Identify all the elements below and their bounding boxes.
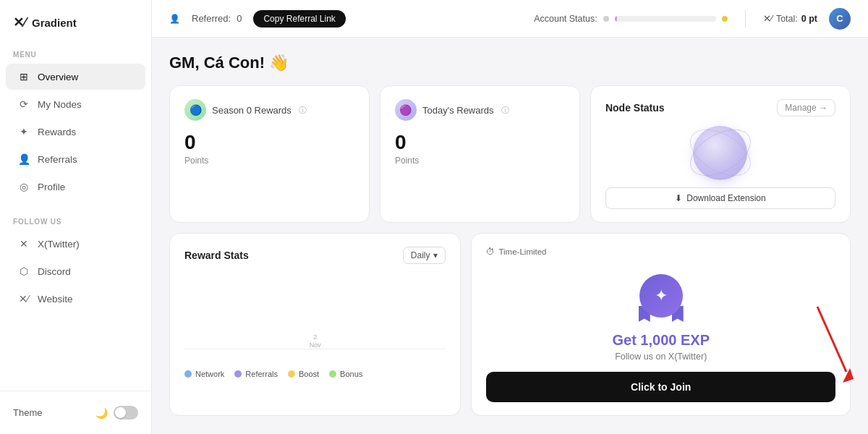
node-visual bbox=[605, 124, 835, 182]
nodes-icon: ⟳ bbox=[17, 98, 30, 111]
referrals-label: Referrals bbox=[245, 370, 278, 378]
chart-day: 2 bbox=[313, 333, 317, 341]
chart-date-label: 2 Nov bbox=[310, 333, 321, 349]
time-limited-badge: ⏱ Time-Limited bbox=[486, 247, 546, 257]
legend-row: Network Referrals Boost Bonus bbox=[184, 370, 446, 378]
page-title: GM, Cá Con! 👋 bbox=[169, 54, 851, 72]
sidebar-item-label-rewards: Rewards bbox=[38, 127, 76, 137]
sidebar-item-label-discord: Discord bbox=[38, 266, 71, 277]
daily-dropdown[interactable]: Daily ▾ bbox=[403, 247, 446, 264]
chevron-down-icon: ▾ bbox=[433, 250, 438, 260]
sidebar-item-label-x-twitter: X(Twitter) bbox=[38, 239, 80, 250]
season-rewards-value: 0 bbox=[184, 131, 354, 154]
total-icon: ✕∕ bbox=[763, 13, 773, 24]
referred-section: Referred: 0 bbox=[192, 13, 242, 24]
sidebar: ✕∕ Gradient MENU ⊞ Overview ⟳ My Nodes ✦… bbox=[0, 0, 152, 434]
copy-referral-button[interactable]: Copy Referral Link bbox=[253, 10, 345, 27]
download-extension-button[interactable]: ⬇ Download Extension bbox=[605, 187, 835, 209]
total-section: ✕∕ Total: 0 pt bbox=[763, 13, 817, 24]
account-status-label: Account Status: bbox=[534, 14, 597, 24]
referrals-dot bbox=[234, 370, 242, 378]
today-rewards-icon: 🟣 bbox=[395, 99, 417, 121]
chart-month: Nov bbox=[310, 341, 321, 349]
discord-icon: ⬡ bbox=[17, 265, 30, 278]
theme-controls: 🌙 bbox=[95, 406, 138, 420]
status-bar bbox=[615, 16, 716, 22]
node-status-card: Node Status Manage → ⬇ Download Extensio… bbox=[590, 85, 851, 223]
node-sphere bbox=[693, 126, 747, 180]
network-dot bbox=[184, 370, 192, 378]
exp-subtitle: Follow us on X(Twitter) bbox=[615, 352, 707, 362]
sidebar-item-profile[interactable]: ◎ Profile bbox=[6, 174, 145, 200]
avatar[interactable]: C bbox=[829, 8, 851, 30]
toggle-knob bbox=[115, 407, 126, 418]
sidebar-item-website[interactable]: ✕∕ Website bbox=[6, 286, 145, 312]
rewards-icon: ✦ bbox=[17, 125, 30, 138]
menu-section-label: MENU bbox=[0, 42, 151, 63]
today-rewards-unit: Points bbox=[395, 156, 565, 166]
theme-toggle[interactable] bbox=[114, 406, 138, 420]
node-status-title: Node Status bbox=[605, 102, 665, 114]
bottom-row: Reward Stats Daily ▾ 2 Nov bbox=[169, 233, 851, 416]
season-rewards-info-icon: ⓘ bbox=[299, 105, 307, 116]
sidebar-item-label-profile: Profile bbox=[38, 182, 65, 192]
page-content: GM, Cá Con! 👋 🔵 Season 0 Rewards ⓘ 0 Poi… bbox=[152, 38, 868, 434]
logo-text: Gradient bbox=[32, 17, 77, 29]
referred-label: Referred: bbox=[192, 13, 231, 24]
season-rewards-header: 🔵 Season 0 Rewards ⓘ bbox=[184, 99, 354, 121]
sidebar-item-label-website: Website bbox=[38, 294, 73, 305]
avatar-initial: C bbox=[836, 13, 843, 24]
svg-marker-1 bbox=[843, 368, 854, 383]
node-card-header: Node Status Manage → bbox=[605, 99, 835, 116]
download-ext-label: Download Extension bbox=[686, 193, 765, 203]
badge-circle: ✦ bbox=[639, 274, 683, 318]
theme-label: Theme bbox=[13, 407, 42, 418]
sidebar-item-x-twitter[interactable]: ✕ X(Twitter) bbox=[6, 231, 145, 257]
boost-dot bbox=[288, 370, 295, 378]
season-rewards-unit: Points bbox=[184, 156, 354, 166]
download-icon: ⬇ bbox=[675, 193, 682, 203]
follow-section-label: FOLLOW US bbox=[0, 209, 151, 230]
join-btn-container: Click to Join bbox=[486, 372, 835, 402]
time-limited-card: ⏱ Time-Limited ✦ Get 1,000 EXP Follow us… bbox=[471, 233, 851, 416]
today-rewards-header: 🟣 Today's Rewards ⓘ bbox=[395, 99, 565, 121]
svg-line-0 bbox=[817, 307, 846, 372]
exp-title: Get 1,000 EXP bbox=[612, 332, 710, 349]
status-bar-fill bbox=[615, 16, 617, 22]
logo: ✕∕ Gradient bbox=[0, 0, 151, 42]
legend-boost: Boost bbox=[288, 370, 319, 378]
reward-badge-visual: ✦ bbox=[635, 270, 687, 322]
daily-dropdown-label: Daily bbox=[411, 250, 430, 260]
cards-row: 🔵 Season 0 Rewards ⓘ 0 Points 🟣 Today's … bbox=[169, 85, 851, 223]
sidebar-item-referrals[interactable]: 👤 Referrals bbox=[6, 146, 145, 172]
today-rewards-info-icon: ⓘ bbox=[501, 105, 509, 116]
overview-icon: ⊞ bbox=[17, 70, 30, 83]
moon-icon: 🌙 bbox=[95, 407, 108, 419]
sidebar-item-label-my-nodes: My Nodes bbox=[38, 99, 82, 110]
legend-network: Network bbox=[184, 370, 224, 378]
manage-button[interactable]: Manage → bbox=[777, 99, 835, 116]
season-rewards-card: 🔵 Season 0 Rewards ⓘ 0 Points bbox=[169, 85, 370, 223]
total-value: 0 pt bbox=[801, 14, 817, 24]
referrals-icon: 👤 bbox=[17, 153, 30, 166]
today-rewards-title: Today's Rewards bbox=[422, 105, 494, 116]
boost-label: Boost bbox=[299, 370, 319, 378]
sidebar-item-overview[interactable]: ⊞ Overview bbox=[6, 64, 145, 90]
website-icon: ✕∕ bbox=[17, 292, 30, 305]
clock-icon: ⏱ bbox=[486, 247, 495, 257]
sidebar-item-my-nodes[interactable]: ⟳ My Nodes bbox=[6, 91, 145, 117]
account-status-section: Account Status: bbox=[534, 14, 728, 24]
sidebar-bottom: Theme 🌙 bbox=[0, 391, 151, 434]
status-dot-left bbox=[603, 16, 609, 22]
profile-icon: ◎ bbox=[17, 180, 30, 193]
click-to-join-button[interactable]: Click to Join bbox=[486, 372, 835, 402]
sidebar-item-discord[interactable]: ⬡ Discord bbox=[6, 258, 145, 284]
network-label: Network bbox=[195, 370, 224, 378]
stats-header: Reward Stats Daily ▾ bbox=[184, 247, 446, 264]
legend-referrals: Referrals bbox=[234, 370, 278, 378]
time-limited-label: Time-Limited bbox=[498, 247, 546, 256]
season-rewards-icon: 🔵 bbox=[184, 99, 206, 121]
referred-count: 0 bbox=[237, 13, 242, 24]
sidebar-item-rewards[interactable]: ✦ Rewards bbox=[6, 119, 145, 145]
gradient-logo-icon: ✕∕ bbox=[13, 14, 26, 30]
